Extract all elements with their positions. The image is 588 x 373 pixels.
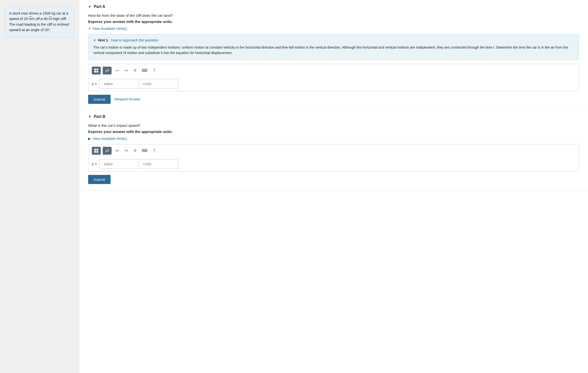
part-a-toolbar: μÅ ↩ ↪ ↺ ⌨ ? <box>92 67 575 76</box>
svg-rect-5 <box>97 149 98 150</box>
part-b-express: Express your answer with the appropriate… <box>88 130 579 134</box>
part-b-help-button[interactable]: ? <box>151 147 158 155</box>
hint-toggle-arrow-icon: ▼ <box>88 27 91 30</box>
part-a-express: Express your answer with the appropriate… <box>88 19 579 24</box>
reset-button[interactable]: ↺ <box>131 67 138 75</box>
svg-rect-3 <box>97 71 98 73</box>
part-b-mu-button[interactable]: μÅ <box>103 147 112 155</box>
reset-icon: ↺ <box>133 68 137 73</box>
grid-icon <box>94 68 98 73</box>
hint-title-bold: Hint 1. <box>98 38 109 42</box>
part-a-units-input[interactable] <box>139 79 178 89</box>
redo-button[interactable]: ↪ <box>122 67 129 75</box>
part-b-redo-button[interactable]: ↪ <box>122 147 129 155</box>
part-b-help-icon: ? <box>153 149 156 153</box>
hint-collapse-icon[interactable]: ▼ <box>93 39 96 42</box>
part-b-value-input[interactable] <box>99 159 139 169</box>
svg-rect-1 <box>97 69 98 70</box>
part-b-eq-label: v = <box>92 162 97 166</box>
part-a-value-input[interactable] <box>99 79 139 89</box>
part-b-toolbar: μÅ ↩ ↪ ↺ ⌨ ? <box>92 147 575 157</box>
mu-icon: μÅ <box>105 69 109 72</box>
svg-rect-4 <box>94 149 96 150</box>
part-a-title: Part A <box>94 4 105 9</box>
svg-rect-6 <box>94 151 96 153</box>
part-b-undo-icon: ↩ <box>116 148 119 153</box>
part-b-input-row: v = <box>92 159 575 169</box>
part-a-hint-toggle-label: View Available Hint(s) <box>92 27 127 31</box>
part-a-section: ▼ Part A How far from the base of the cl… <box>79 0 588 110</box>
part-b-reset-icon: ↺ <box>133 148 137 153</box>
main-content: ▼ Part A How far from the base of the cl… <box>79 0 588 373</box>
part-a-answer-box: μÅ ↩ ↪ ↺ ⌨ ? x = <box>88 64 579 91</box>
part-b-hint-toggle[interactable]: ▶ View Available Hint(s) <box>88 137 579 141</box>
part-b-header: ▼ Part B <box>88 114 579 119</box>
part-b-question: What is the car's impact speed? <box>88 123 579 128</box>
keyboard-button[interactable]: ⌨ <box>140 67 149 75</box>
part-a-action-row: Submit Request Answer <box>88 95 579 104</box>
part-a-question: How far from the base of the cliff does … <box>88 13 579 18</box>
part-a-hint-box: ▼ Hint 1. How to approach the question T… <box>88 34 579 60</box>
hint-title-text: How to approach the question <box>111 38 158 42</box>
part-b-undo-button[interactable]: ↩ <box>114 147 120 155</box>
hint-title-row: ▼ Hint 1. How to approach the question <box>93 38 574 42</box>
hint-collapsed-arrow-icon: ▶ <box>88 137 91 141</box>
svg-rect-0 <box>94 69 96 70</box>
redo-icon: ↪ <box>124 68 128 73</box>
hint-body-text: The car's motion is made up of two indep… <box>93 45 574 56</box>
svg-rect-2 <box>94 71 96 73</box>
part-b-action-row: Submit <box>88 175 579 184</box>
part-b-submit-button[interactable]: Submit <box>88 175 111 184</box>
left-panel: A stunt man drives a 1500 kg car at a sp… <box>0 0 79 373</box>
problem-box: A stunt man drives a 1500 kg car at a sp… <box>5 6 74 37</box>
part-b-hint-toggle-label: View Available Hint(s) <box>93 137 127 141</box>
svg-rect-7 <box>97 151 98 153</box>
part-b-grid-icon <box>94 149 98 153</box>
part-b-grid-button[interactable] <box>92 147 101 155</box>
undo-button[interactable]: ↩ <box>114 67 120 75</box>
part-a-submit-button[interactable]: Submit <box>88 95 111 104</box>
part-b-title: Part B <box>94 114 105 119</box>
part-b-mu-icon: μÅ <box>105 149 109 152</box>
part-b-reset-button[interactable]: ↺ <box>131 147 138 155</box>
part-a-collapse-icon[interactable]: ▼ <box>88 5 91 9</box>
part-a-hint-toggle[interactable]: ▼ View Available Hint(s) <box>88 27 579 31</box>
grid-button[interactable] <box>92 67 101 75</box>
keyboard-icon: ⌨ <box>142 68 147 73</box>
problem-text: A stunt man drives a 1500 kg car at a sp… <box>9 11 69 32</box>
help-button[interactable]: ? <box>151 67 158 75</box>
part-b-collapse-icon[interactable]: ▼ <box>88 115 91 118</box>
mu-button[interactable]: μÅ <box>103 67 112 75</box>
part-a-header: ▼ Part A <box>88 4 579 9</box>
part-b-section: ▼ Part B What is the car's impact speed?… <box>79 110 588 190</box>
part-b-answer-box: μÅ ↩ ↪ ↺ ⌨ ? v = <box>88 144 579 171</box>
part-b-keyboard-button[interactable]: ⌨ <box>140 147 149 155</box>
undo-icon: ↩ <box>116 68 119 73</box>
part-a-eq-label: x = <box>92 82 97 86</box>
part-a-request-answer-link[interactable]: Request Answer <box>115 97 141 101</box>
part-b-redo-icon: ↪ <box>124 148 128 153</box>
part-b-keyboard-icon: ⌨ <box>142 148 147 153</box>
help-icon: ? <box>153 68 156 73</box>
part-a-input-row: x = <box>92 79 575 89</box>
part-b-units-input[interactable] <box>139 159 178 169</box>
